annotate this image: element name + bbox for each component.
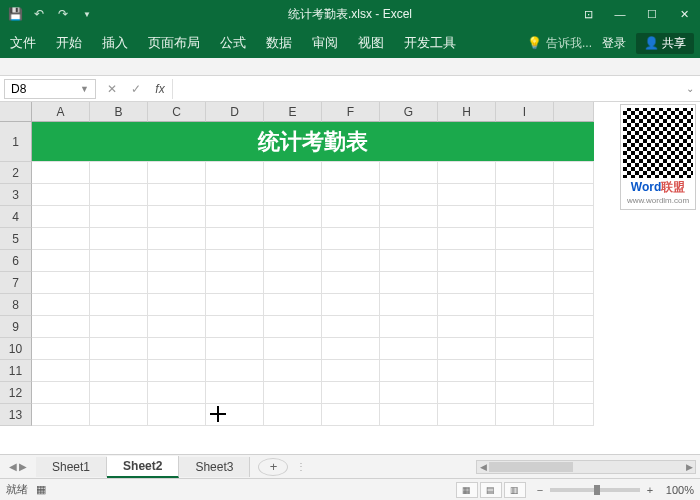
cell[interactable] (496, 382, 554, 404)
save-icon[interactable]: 💾 (6, 5, 24, 23)
cell[interactable] (148, 250, 206, 272)
cell[interactable] (380, 162, 438, 184)
cell[interactable] (32, 404, 90, 426)
cell[interactable] (322, 272, 380, 294)
cell[interactable] (32, 206, 90, 228)
cell[interactable] (148, 162, 206, 184)
cell[interactable] (206, 184, 264, 206)
enter-icon[interactable]: ✓ (124, 79, 148, 99)
cell[interactable] (322, 316, 380, 338)
row-header[interactable]: 7 (0, 272, 32, 294)
cell[interactable] (32, 250, 90, 272)
cell[interactable] (148, 272, 206, 294)
cell[interactable] (264, 294, 322, 316)
cell[interactable] (32, 184, 90, 206)
view-normal-button[interactable]: ▦ (456, 482, 478, 498)
col-header[interactable]: E (264, 102, 322, 122)
cell[interactable] (90, 316, 148, 338)
zoom-slider[interactable] (550, 488, 640, 492)
cell[interactable] (438, 250, 496, 272)
cell[interactable] (90, 228, 148, 250)
tab-view[interactable]: 视图 (348, 28, 394, 58)
cell[interactable] (496, 162, 554, 184)
row-header[interactable]: 13 (0, 404, 32, 426)
cell[interactable] (496, 184, 554, 206)
cell[interactable] (438, 316, 496, 338)
cell[interactable] (32, 382, 90, 404)
cell[interactable] (322, 338, 380, 360)
tab-nav-right-icon[interactable]: ▶ (19, 461, 27, 472)
cell[interactable] (148, 404, 206, 426)
cell[interactable] (496, 316, 554, 338)
cell[interactable] (206, 294, 264, 316)
title-cell[interactable]: 统计考勤表 (32, 122, 594, 162)
cell[interactable] (322, 228, 380, 250)
cell[interactable] (206, 382, 264, 404)
close-button[interactable]: ✕ (668, 0, 700, 28)
signin-button[interactable]: 登录 (602, 35, 626, 52)
cell[interactable] (90, 294, 148, 316)
cell[interactable] (32, 338, 90, 360)
cell[interactable] (322, 184, 380, 206)
cell[interactable] (438, 272, 496, 294)
redo-icon[interactable]: ↷ (54, 5, 72, 23)
sheet-tab[interactable]: Sheet1 (36, 457, 107, 477)
view-pagebreak-button[interactable]: ▥ (504, 482, 526, 498)
cell[interactable] (554, 294, 594, 316)
undo-icon[interactable]: ↶ (30, 5, 48, 23)
cell[interactable] (90, 382, 148, 404)
tab-split-handle[interactable]: ⋮ (296, 461, 306, 472)
cell[interactable] (554, 184, 594, 206)
select-all-corner[interactable] (0, 102, 32, 122)
cell[interactable] (206, 316, 264, 338)
cell[interactable] (438, 184, 496, 206)
cell[interactable] (90, 184, 148, 206)
cancel-icon[interactable]: ✕ (100, 79, 124, 99)
macro-record-icon[interactable]: ▦ (36, 483, 46, 496)
cell[interactable] (264, 162, 322, 184)
cell[interactable] (32, 162, 90, 184)
zoom-level[interactable]: 100% (666, 484, 694, 496)
tab-insert[interactable]: 插入 (92, 28, 138, 58)
col-header[interactable]: A (32, 102, 90, 122)
add-sheet-button[interactable]: + (258, 458, 288, 476)
cell[interactable] (380, 228, 438, 250)
cell[interactable] (554, 338, 594, 360)
cell[interactable] (148, 228, 206, 250)
cell[interactable] (148, 360, 206, 382)
tab-pagelayout[interactable]: 页面布局 (138, 28, 210, 58)
name-box[interactable]: D8 ▼ (4, 79, 96, 99)
cell[interactable] (206, 228, 264, 250)
cell[interactable] (32, 360, 90, 382)
ribbon-options-icon[interactable]: ⊡ (572, 0, 604, 28)
sheet-tab[interactable]: Sheet3 (179, 457, 250, 477)
col-header[interactable]: H (438, 102, 496, 122)
cell[interactable] (380, 338, 438, 360)
cell[interactable] (264, 360, 322, 382)
cell[interactable] (264, 316, 322, 338)
cell[interactable] (206, 206, 264, 228)
cell[interactable] (148, 206, 206, 228)
cell[interactable] (438, 294, 496, 316)
cell[interactable] (206, 250, 264, 272)
cell[interactable] (264, 382, 322, 404)
tab-formulas[interactable]: 公式 (210, 28, 256, 58)
cell[interactable] (32, 294, 90, 316)
cell[interactable] (438, 360, 496, 382)
cell[interactable] (554, 404, 594, 426)
minimize-button[interactable]: — (604, 0, 636, 28)
cell[interactable] (438, 382, 496, 404)
cell[interactable] (90, 206, 148, 228)
cell[interactable] (264, 272, 322, 294)
cell[interactable] (496, 404, 554, 426)
tab-review[interactable]: 审阅 (302, 28, 348, 58)
cell[interactable] (264, 338, 322, 360)
tab-data[interactable]: 数据 (256, 28, 302, 58)
cell[interactable] (554, 382, 594, 404)
col-header[interactable]: G (380, 102, 438, 122)
row-header[interactable]: 6 (0, 250, 32, 272)
col-header[interactable]: C (148, 102, 206, 122)
cell[interactable] (264, 228, 322, 250)
cell[interactable] (380, 250, 438, 272)
cell[interactable] (554, 360, 594, 382)
